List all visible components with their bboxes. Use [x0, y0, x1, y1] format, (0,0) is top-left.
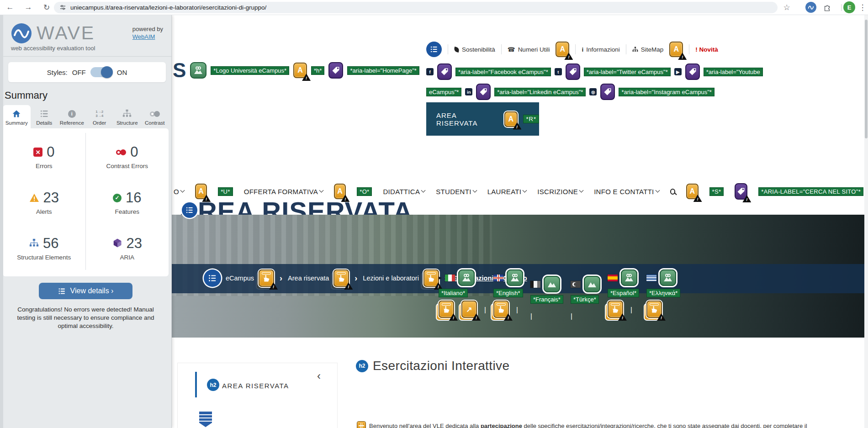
redundant-link-alert-icon[interactable]: ! — [259, 269, 274, 287]
tab-details[interactable]: Details — [31, 105, 58, 128]
forward-icon[interactable]: → — [22, 1, 35, 14]
page-scrollbar[interactable] — [864, 15, 868, 428]
instagram-icon[interactable]: ◎ — [589, 88, 597, 95]
stat-features[interactable]: ✓16 Features — [86, 179, 169, 224]
url-text[interactable]: uniecampus.it/area-riservata/lezioni-e-l… — [70, 4, 266, 11]
list-structure-icon[interactable] — [182, 202, 197, 218]
area-riservata-button[interactable]: AREA RISERVATA A! *R* — [426, 102, 539, 136]
utility-novita[interactable]: ! Novità — [695, 46, 718, 53]
redundant-link-alert-icon[interactable]: ! — [423, 269, 439, 287]
tab-reference[interactable]: i Reference — [58, 105, 86, 128]
view-details-button[interactable]: View details › — [39, 283, 132, 299]
site-info-icon[interactable] — [59, 4, 66, 11]
back-icon[interactable]: ← — [4, 1, 16, 14]
sidebar-item-area-riservata[interactable]: AREA RISERVATA — [222, 382, 289, 390]
collapse-chevron-icon[interactable]: ‹ — [317, 370, 321, 382]
utility-sitemap[interactable]: SiteMap — [632, 46, 664, 53]
utility-sostenibilita[interactable]: Sostenibilità — [454, 46, 495, 53]
linkedin-icon[interactable]: in — [465, 88, 472, 95]
lang-francais[interactable]: *Français* | — [530, 269, 563, 325]
image-icon[interactable] — [584, 276, 600, 292]
utility-informazioni[interactable]: iInformazioni — [582, 46, 619, 53]
accesskey-alert-icon[interactable]: A! — [504, 111, 518, 127]
lang-english[interactable]: *English* ! | — [493, 269, 523, 325]
facebook-icon[interactable]: f — [426, 68, 434, 75]
nav-iscrizione[interactable]: ISCRIZIONE — [537, 188, 583, 196]
accesskey-alert-icon[interactable]: A! — [686, 184, 698, 199]
list-structure-icon[interactable] — [426, 42, 442, 57]
youtube-icon[interactable]: ▶ — [674, 68, 682, 75]
reload-icon[interactable]: ↻ — [40, 1, 53, 14]
flag-france-icon[interactable] — [530, 281, 540, 288]
aria-tag-icon[interactable] — [476, 84, 491, 100]
wave-extension-icon[interactable] — [805, 2, 816, 13]
linked-image-icon[interactable] — [190, 62, 206, 79]
linked-image-icon[interactable] — [458, 269, 475, 286]
accesskey-alert-icon[interactable]: A! — [669, 42, 683, 57]
aria-tag-icon[interactable] — [685, 63, 700, 80]
accesskey-alert-icon[interactable]: A! — [556, 42, 569, 57]
aria-tag-icon[interactable] — [328, 62, 343, 79]
flag-turkey-icon[interactable] — [571, 281, 581, 288]
stat-structural[interactable]: 56 Structural Elements — [3, 224, 86, 270]
url-bar[interactable]: uniecampus.it/area-riservata/lezioni-e-l… — [54, 2, 778, 13]
tab-order[interactable]: 1→23→4 Order — [86, 105, 114, 128]
nav-offerta-formativa[interactable]: OFFERTA FORMATIVA — [244, 188, 323, 196]
aria-tag-icon[interactable] — [600, 84, 615, 100]
flag-greece-icon[interactable] — [646, 275, 656, 281]
nav-laureati[interactable]: LAUREATI — [487, 188, 527, 196]
linked-image-icon[interactable] — [621, 269, 637, 286]
list-structure-icon[interactable] — [204, 269, 221, 287]
utility-numeri-utili[interactable]: ☎Numeri Utili — [508, 46, 550, 53]
nav-info-contatti[interactable]: INFO E CONTATTI — [594, 188, 659, 196]
linked-image-icon[interactable] — [507, 269, 523, 286]
alert-triangle-icon — [29, 190, 39, 206]
flag-italy-icon[interactable] — [445, 275, 455, 281]
tab-structure[interactable]: Structure — [113, 105, 141, 128]
accesskey-alert-icon[interactable]: A! — [293, 63, 307, 78]
aria-tag-icon[interactable] — [437, 63, 452, 80]
new-window-alert-icon[interactable]: ↗! — [461, 301, 477, 318]
breadcrumb-area-riservata[interactable]: Area riservata — [288, 275, 329, 282]
aria-tag-icon[interactable]: ! — [735, 183, 747, 200]
nav-studenti[interactable]: STUDENTI — [436, 188, 476, 196]
stat-alerts[interactable]: 23 Alerts — [3, 179, 86, 224]
redundant-link-alert-icon[interactable]: ! — [493, 301, 509, 318]
h2-badge-icon[interactable]: h2 — [207, 379, 219, 391]
breadcrumb-lezioni[interactable]: Lezioni e laboratori — [363, 275, 419, 282]
aria-tag-icon[interactable] — [566, 63, 580, 80]
redundant-link-alert-icon[interactable]: ! — [439, 301, 454, 318]
lang-ellinika[interactable]: *Ελληνικά* ! — [646, 269, 680, 325]
search-icon[interactable] — [670, 189, 676, 195]
table-alert-icon[interactable] — [357, 421, 366, 428]
tab-contrast[interactable]: Contrast — [141, 105, 169, 128]
extensions-puzzle-icon[interactable] — [820, 1, 833, 14]
styles-toggle[interactable] — [90, 67, 112, 77]
redundant-link-alert-icon[interactable]: ! — [646, 301, 662, 318]
stat-aria[interactable]: 23 ARIA — [86, 224, 169, 270]
bookmark-star-icon[interactable]: ☆ — [780, 1, 793, 14]
lang-turkce[interactable]: *Türkçe* | — [571, 269, 600, 325]
toggle-knob[interactable] — [101, 66, 113, 78]
webaim-link[interactable]: WebAIM — [132, 33, 155, 40]
tab-summary[interactable]: Summary — [3, 105, 31, 128]
redundant-link-alert-icon[interactable]: ! — [333, 269, 349, 287]
redundant-link-alert-icon[interactable]: ! — [608, 301, 623, 318]
linked-image-icon[interactable] — [660, 269, 676, 286]
nav-didattica[interactable]: DIDATTICA — [383, 188, 425, 196]
h2-badge-icon[interactable]: h2 — [356, 360, 368, 372]
browser-menu-icon[interactable]: ⋮ — [856, 1, 868, 14]
image-icon[interactable] — [544, 276, 560, 292]
lang-italiano[interactable]: ▶ *Italiano* ! ↗! | — [439, 269, 486, 325]
stat-errors[interactable]: ✕0 Errors — [3, 133, 86, 179]
flag-spain-icon[interactable] — [608, 275, 618, 281]
logo-fragment[interactable]: S — [173, 59, 186, 82]
twitter-icon[interactable]: t — [555, 68, 562, 75]
profile-avatar[interactable]: E — [843, 1, 855, 13]
stat-contrast-errors[interactable]: 0 Contrast Errors — [86, 133, 169, 179]
lang-espanol[interactable]: *Español* ! | — [608, 269, 639, 325]
scrollbar-thumb[interactable] — [865, 20, 868, 138]
nav-fragment[interactable]: O — [174, 188, 184, 196]
flag-uk-icon[interactable] — [493, 275, 503, 281]
breadcrumb-home[interactable]: eCampus — [226, 275, 254, 282]
